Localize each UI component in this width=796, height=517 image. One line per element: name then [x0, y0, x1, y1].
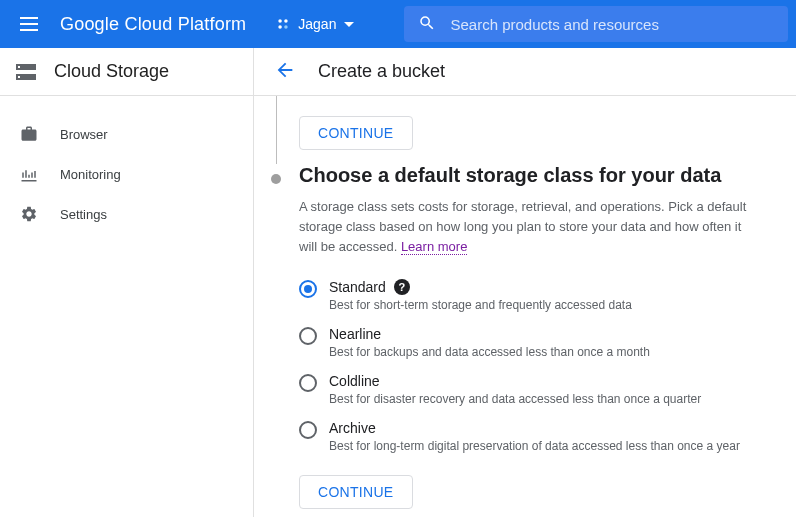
- storage-class-radio-group: Standard?Best for short-term storage and…: [299, 279, 778, 453]
- svg-point-3: [284, 25, 288, 29]
- svg-point-1: [284, 19, 288, 23]
- radio-button-icon: [299, 327, 317, 345]
- sub-header: Cloud Storage Create a bucket: [0, 48, 796, 96]
- learn-more-link[interactable]: Learn more: [401, 239, 467, 255]
- svg-rect-7: [18, 76, 20, 78]
- radio-option-standard[interactable]: Standard?Best for short-term storage and…: [299, 279, 778, 312]
- back-arrow-icon[interactable]: [274, 59, 296, 84]
- radio-description: Best for backups and data accessed less …: [329, 345, 650, 359]
- brand-label: Google Cloud Platform: [60, 14, 246, 35]
- radio-description: Best for short-term storage and frequent…: [329, 298, 632, 312]
- step-storage-class: Choose a default storage class for your …: [272, 164, 778, 509]
- svg-point-0: [279, 19, 283, 23]
- cloud-storage-icon: [14, 60, 38, 84]
- sidebar: Browser Monitoring Settings: [0, 96, 254, 517]
- chevron-down-icon: [344, 22, 354, 27]
- project-name: Jagan: [298, 16, 336, 32]
- sidebar-item-label: Monitoring: [60, 167, 121, 182]
- content: CONTINUE Choose a default storage class …: [254, 96, 796, 517]
- search-input[interactable]: [450, 16, 774, 33]
- sidebar-item-label: Settings: [60, 207, 107, 222]
- radio-description: Best for disaster recovery and data acce…: [329, 392, 701, 406]
- top-header: Google Cloud Platform Jagan: [0, 0, 796, 48]
- step-title: Choose a default storage class for your …: [299, 164, 778, 187]
- radio-option-archive[interactable]: ArchiveBest for long-term digital preser…: [299, 420, 778, 453]
- radio-option-coldline[interactable]: ColdlineBest for disaster recovery and d…: [299, 373, 778, 406]
- chart-icon: [20, 165, 38, 183]
- radio-label: Archive: [329, 420, 740, 436]
- gear-icon: [20, 205, 38, 223]
- svg-point-2: [279, 25, 283, 29]
- search-box[interactable]: [404, 6, 788, 42]
- radio-button-icon: [299, 280, 317, 298]
- project-dots-icon: [276, 17, 290, 31]
- step-desc-text: A storage class sets costs for storage, …: [299, 199, 746, 254]
- continue-button[interactable]: CONTINUE: [299, 116, 413, 150]
- radio-button-icon: [299, 374, 317, 392]
- product-area: Cloud Storage: [0, 48, 254, 95]
- page-header: Create a bucket: [254, 48, 796, 95]
- sidebar-item-monitoring[interactable]: Monitoring: [0, 154, 253, 194]
- continue-button[interactable]: CONTINUE: [299, 475, 413, 509]
- sidebar-item-browser[interactable]: Browser: [0, 114, 253, 154]
- radio-label: Coldline: [329, 373, 701, 389]
- step-description: A storage class sets costs for storage, …: [299, 197, 759, 257]
- main-area: Browser Monitoring Settings CONTINUE Cho…: [0, 96, 796, 517]
- page-title: Create a bucket: [318, 61, 445, 82]
- product-title: Cloud Storage: [54, 61, 169, 82]
- briefcase-icon: [20, 125, 38, 143]
- radio-label: Standard?: [329, 279, 632, 295]
- sidebar-item-label: Browser: [60, 127, 108, 142]
- svg-rect-6: [18, 66, 20, 68]
- step-bullet-icon: [271, 174, 281, 184]
- project-selector[interactable]: Jagan: [276, 16, 354, 32]
- search-wrap: [404, 6, 788, 42]
- menu-icon[interactable]: [20, 12, 44, 36]
- radio-description: Best for long-term digital preservation …: [329, 439, 740, 453]
- radio-option-nearline[interactable]: NearlineBest for backups and data access…: [299, 326, 778, 359]
- radio-label: Nearline: [329, 326, 650, 342]
- radio-button-icon: [299, 421, 317, 439]
- help-icon[interactable]: ?: [394, 279, 410, 295]
- search-icon: [418, 14, 436, 35]
- sidebar-item-settings[interactable]: Settings: [0, 194, 253, 234]
